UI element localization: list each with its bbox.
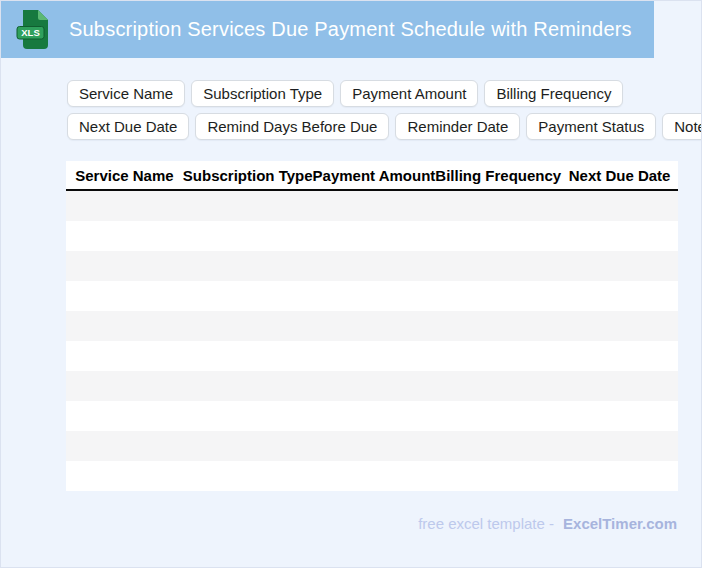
table-row	[66, 311, 678, 341]
table-row	[66, 281, 678, 311]
footer: free excel template - ExcelTimer.com	[418, 515, 677, 532]
table-row	[66, 401, 678, 431]
table-row	[66, 461, 678, 491]
column-header-payment-amount: Payment Amount	[313, 167, 436, 184]
column-header-service-name: Service Name	[66, 167, 183, 184]
page-title: Subscription Services Due Payment Schedu…	[69, 18, 632, 41]
chip-payment-status[interactable]: Payment Status	[526, 113, 656, 140]
chip-reminder-date[interactable]: Reminder Date	[395, 113, 520, 140]
column-header-billing-frequency: Billing Frequency	[435, 167, 561, 184]
chip-service-name[interactable]: Service Name	[67, 80, 185, 107]
table-row	[66, 371, 678, 401]
table-row	[66, 251, 678, 281]
chip-payment-amount[interactable]: Payment Amount	[340, 80, 478, 107]
chip-billing-frequency[interactable]: Billing Frequency	[484, 80, 623, 107]
xls-file-icon: XLS	[16, 9, 52, 50]
column-header-next-due-date: Next Due Date	[561, 167, 678, 184]
field-chips-row-2: Next Due Date Remind Days Before Due Rem…	[67, 113, 702, 140]
table-row	[66, 341, 678, 371]
chip-next-due-date[interactable]: Next Due Date	[67, 113, 189, 140]
xls-badge-label: XLS	[21, 27, 39, 38]
field-chips: Service Name Subscription Type Payment A…	[67, 80, 702, 140]
footer-tagline: free excel template -	[418, 515, 554, 532]
table-row	[66, 191, 678, 221]
header-bar: XLS Subscription Services Due Payment Sc…	[1, 1, 654, 58]
chip-notes[interactable]: Notes	[662, 113, 702, 140]
field-chips-row-1: Service Name Subscription Type Payment A…	[67, 80, 702, 107]
table-row	[66, 431, 678, 461]
chip-subscription-type[interactable]: Subscription Type	[191, 80, 334, 107]
schedule-table: Service Name Subscription Type Payment A…	[66, 161, 678, 491]
chip-remind-days-before-due[interactable]: Remind Days Before Due	[195, 113, 389, 140]
column-header-subscription-type: Subscription Type	[183, 167, 313, 184]
page-canvas: XLS Subscription Services Due Payment Sc…	[0, 0, 702, 568]
table-body	[66, 191, 678, 491]
footer-brand-link[interactable]: ExcelTimer.com	[563, 515, 677, 532]
table-row	[66, 221, 678, 251]
table-header-row: Service Name Subscription Type Payment A…	[66, 161, 678, 191]
